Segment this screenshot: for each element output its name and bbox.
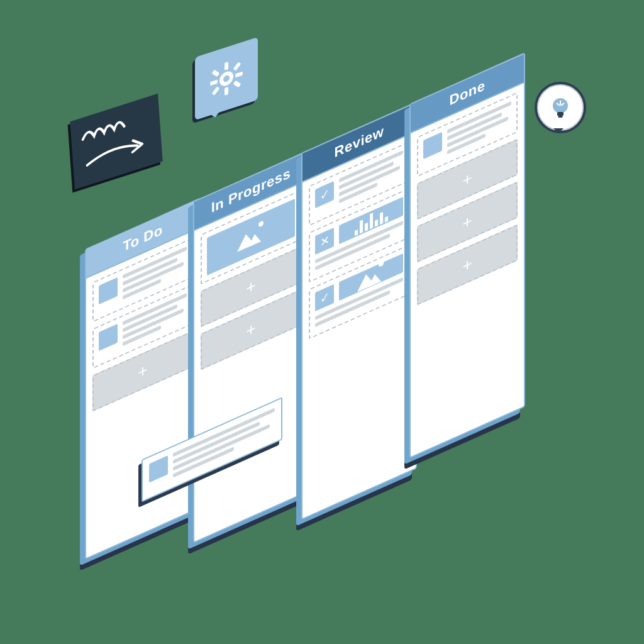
lightbulb-icon (535, 82, 586, 133)
svg-rect-1 (225, 62, 228, 70)
cross-icon: ✕ (315, 228, 334, 255)
card-thumbnail-icon (99, 277, 118, 304)
svg-rect-7 (233, 62, 242, 70)
card-thumbnail-icon (149, 455, 168, 482)
check-icon: ✓ (315, 181, 334, 208)
kanban-column-review[interactable]: Review ✓ ✕ ✓ (301, 101, 417, 520)
gear-icon (195, 37, 258, 120)
svg-rect-11 (557, 112, 564, 116)
svg-point-10 (553, 98, 568, 113)
svg-rect-2 (225, 87, 228, 96)
svg-rect-4 (235, 72, 243, 78)
sticky-note-icon (70, 94, 162, 189)
kanban-column-in-progress[interactable]: In Progress + + (193, 150, 309, 543)
kanban-column-done[interactable]: Done + + + (409, 52, 525, 458)
card-thumbnail-icon (423, 132, 442, 159)
svg-rect-5 (212, 70, 220, 77)
card-thumbnail-icon (99, 324, 118, 351)
svg-rect-8 (212, 86, 220, 95)
check-icon: ✓ (315, 284, 334, 311)
image-icon (237, 222, 265, 252)
svg-rect-6 (233, 80, 242, 87)
svg-rect-3 (210, 80, 218, 86)
svg-rect-12 (558, 116, 563, 118)
kanban-column-todo[interactable]: To Do + (85, 197, 201, 560)
